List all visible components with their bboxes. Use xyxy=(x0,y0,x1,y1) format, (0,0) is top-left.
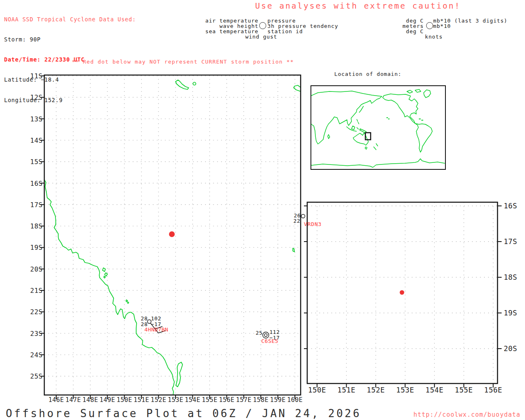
main-map: 28 102 28 −17 4HND7BN 25 112 −17 C6SE5 2… xyxy=(44,75,301,395)
lat-label: 17S xyxy=(30,201,43,208)
zoom-lon-label: 156E xyxy=(484,386,502,394)
lon-label: 148E xyxy=(82,396,98,404)
lon-label: 146E xyxy=(48,396,64,404)
buoy-plot-page: NOAA SSD Tropical Cyclone Data Used: Sto… xyxy=(0,0,525,420)
lon-label: 147E xyxy=(66,396,81,404)
lat-label: 11S xyxy=(30,72,43,80)
zoom-lon-label: 150E xyxy=(308,386,326,394)
lat-label: 15S xyxy=(30,158,43,166)
units-sea-temperature: deg C xyxy=(406,28,424,34)
zoom-lon-label: 151E xyxy=(337,386,355,394)
station-circle-icon xyxy=(263,332,269,338)
lat-label: 13S xyxy=(30,115,43,123)
station-id-label: VRDN3 xyxy=(304,221,322,227)
plot-title: Offshore Surface Plot at 06Z / JAN 24, 2… xyxy=(6,407,361,420)
zoom-lat-label: 16S xyxy=(504,202,517,210)
station-air-temp: 25 xyxy=(256,330,262,336)
station-air-temp: 28 xyxy=(141,315,148,322)
world-map-border xyxy=(311,86,445,169)
lon-label: 151E xyxy=(134,396,149,404)
zoom-lat-label: 18S xyxy=(504,273,517,281)
zoom-lat-label: 17S xyxy=(504,237,517,246)
storm-info-header: NOAA SSD Tropical Cyclone Data Used: xyxy=(4,16,136,23)
station-id-label: C6SE5 xyxy=(261,338,278,344)
inset-title: Location of domain: xyxy=(334,71,402,77)
storm-name: Storm: 90P xyxy=(4,36,136,43)
whitsunday-islands xyxy=(103,268,107,278)
lon-label: 157E xyxy=(236,396,251,404)
units-wind-gust: knots xyxy=(425,34,443,40)
lon-label: 150E xyxy=(116,396,132,404)
louisiade-island xyxy=(176,80,189,89)
lat-label: 25S xyxy=(30,372,43,380)
zoom-lat-label: 19S xyxy=(504,309,517,317)
lat-label: 22S xyxy=(30,308,43,316)
ring-island xyxy=(193,82,196,85)
lon-label: 153E xyxy=(168,396,183,404)
storm-dot xyxy=(169,231,175,237)
zoom-lon-label: 153E xyxy=(396,386,414,394)
legend-wind-gust: wind gust xyxy=(245,34,277,40)
lat-label: 24S xyxy=(30,351,43,358)
world-map-inset xyxy=(310,85,446,170)
station-sea-temp: 22 xyxy=(293,218,300,224)
lat-label: 19S xyxy=(30,244,43,251)
lat-label: 18S xyxy=(30,222,43,230)
lon-label: 152E xyxy=(151,396,166,404)
source-url: http://coolwx.com/buoydata xyxy=(413,411,520,418)
zoom-map xyxy=(307,202,498,383)
caution-text: Use analyses with extreme caution! xyxy=(255,1,461,11)
station-circle-icon xyxy=(301,215,305,218)
zoom-lon-label: 155E xyxy=(455,386,473,394)
island-east xyxy=(293,248,294,252)
coastline xyxy=(44,180,174,395)
zoom-map-gridlines xyxy=(307,206,498,349)
lon-label: 158E xyxy=(253,396,269,404)
station-pressure: 112 xyxy=(269,329,280,335)
lon-label: 156E xyxy=(219,396,235,404)
station-id-label: 4HND7BN xyxy=(144,326,168,333)
station-circle-icon xyxy=(259,22,266,29)
zoom-map-right-ticks xyxy=(498,206,502,349)
zoom-lat-label: 20S xyxy=(504,345,517,353)
lon-label: 159E xyxy=(270,396,285,404)
storm-dot xyxy=(400,290,404,295)
lat-label: 16S xyxy=(30,179,43,187)
lat-label: 14S xyxy=(30,136,43,144)
station-pressure: 102 xyxy=(151,315,161,322)
station-vrdn3: 26 22 xyxy=(293,212,305,224)
station-4hnd7bn: 28 102 28 −17 4HND7BN xyxy=(141,315,168,333)
station-c6se5: 25 112 −17 C6SE5 xyxy=(256,329,280,344)
zoom-lon-label: 154E xyxy=(425,386,443,394)
lat-label: 12S xyxy=(30,94,43,101)
units-pressure-tendency: mb*10 xyxy=(433,23,451,29)
lat-label: 21S xyxy=(30,287,43,294)
zoom-lon-label: 152E xyxy=(367,386,385,394)
lon-label: 149E xyxy=(100,396,115,404)
fraser-island xyxy=(176,362,183,387)
lat-label: 20S xyxy=(30,265,43,273)
lon-label: 160E xyxy=(287,396,303,404)
station-circle-icon xyxy=(426,22,433,29)
storm-position-warning: ** Red dot below may NOT represent CURRE… xyxy=(72,59,294,65)
lon-label: 155E xyxy=(202,396,217,404)
lat-label: 23S xyxy=(30,329,43,337)
world-continents xyxy=(310,89,445,167)
lon-label: 154E xyxy=(185,396,201,404)
island-northeast xyxy=(294,85,301,91)
percy-islands xyxy=(126,300,129,304)
